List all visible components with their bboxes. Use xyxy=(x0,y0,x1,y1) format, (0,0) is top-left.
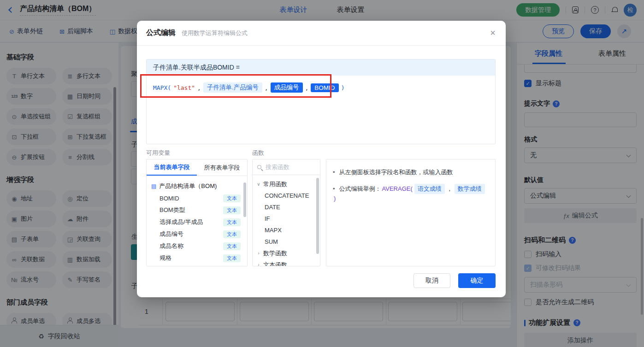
formula-target-strip: 子件清单.关联半成品BOMID = xyxy=(147,59,495,76)
function-item[interactable]: MAPX xyxy=(253,224,320,236)
field-type-tag: 文本 xyxy=(223,230,241,238)
functions-panel: ∨ 常用函数 CONCATENATE DATE IF MAPX SUM › 数学… xyxy=(252,159,320,266)
field-type-tag: 文本 xyxy=(223,254,241,262)
formula-field-token[interactable]: 子件清单.产品编号 xyxy=(203,82,262,93)
formula-close-paren: ) xyxy=(341,84,345,91)
formula-expression: MAPX( "last" , 子件清单.产品编号 , 成品编号 , BOMID … xyxy=(147,76,495,100)
variable-field-row[interactable]: BOM类型文本 xyxy=(147,204,247,216)
functions-scrollbar[interactable] xyxy=(316,178,319,254)
formula-function-name: MAPX( xyxy=(153,84,171,91)
functions-panel-label: 函数 xyxy=(252,149,264,157)
field-type-tag: 文本 xyxy=(223,206,241,214)
function-search-row xyxy=(253,159,320,175)
cancel-button[interactable]: 取消 xyxy=(414,273,450,288)
help-field-token: 数学成绩 xyxy=(455,184,485,194)
help-line-2: • 公式编辑举例： AVERAGE( 语文成绩 ， 数学成绩 ) xyxy=(333,184,489,203)
formula-field-token-selected[interactable]: BOMID xyxy=(311,83,338,92)
search-icon xyxy=(257,165,261,169)
function-item[interactable]: IF xyxy=(253,213,320,224)
formula-field-token-selected[interactable]: 成品编号 xyxy=(271,82,303,93)
form-doc-icon: ▤ xyxy=(151,183,156,189)
chevron-collapsed-icon: › xyxy=(256,251,261,256)
variables-panel: 当前表单字段 所有表单字段 ▤ 产品结构清单（BOM) BOMID文本 BOM类… xyxy=(146,159,248,266)
help-line-1: • 从左侧面板选择字段名和函数，或输入函数 xyxy=(333,168,489,177)
app-root: 产品结构清单（BOM） 表单设计 表单设置 数据管理 检 ⊘ 表单外链 ⊠ 后端… xyxy=(0,0,644,347)
function-group-common[interactable]: ∨ 常用函数 xyxy=(253,178,320,190)
formula-help-panel: • 从左侧面板选择字段名和函数，或输入函数 • 公式编辑举例： AVERAGE(… xyxy=(326,159,496,266)
variables-scrollbar[interactable] xyxy=(243,182,246,217)
help-function-name: AVERAGE( xyxy=(382,184,413,194)
chevron-expanded-icon: ∨ xyxy=(256,182,261,187)
variable-field-row[interactable]: 规格文本 xyxy=(147,252,247,264)
close-icon[interactable]: × xyxy=(490,28,496,37)
variable-field-row[interactable]: 成品编号文本 xyxy=(147,228,247,240)
function-group-text[interactable]: › 文本函数 xyxy=(253,259,320,266)
tab-current-form-fields[interactable]: 当前表单字段 xyxy=(147,159,197,176)
function-group-math[interactable]: › 数学函数 xyxy=(253,247,320,259)
field-type-tag: 文本 xyxy=(223,242,241,250)
chevron-collapsed-icon: › xyxy=(256,262,261,266)
modal-header: 公式编辑 使用数学运算符编辑公式 × xyxy=(137,21,506,46)
formula-string-arg: "last" xyxy=(173,84,195,91)
formula-editor-modal: 公式编辑 使用数学运算符编辑公式 × 子件清单.关联半成品BOMID = MAP… xyxy=(137,21,506,297)
tab-all-form-fields[interactable]: 所有表单字段 xyxy=(197,159,247,176)
variable-field-row[interactable]: BOMID文本 xyxy=(147,192,247,204)
function-item[interactable]: DATE xyxy=(253,201,320,213)
function-item[interactable]: SUM xyxy=(253,236,320,247)
modal-title: 公式编辑 xyxy=(146,28,176,38)
variable-field-row[interactable]: 成品名称文本 xyxy=(147,240,247,252)
field-type-tag: 文本 xyxy=(223,266,241,267)
variable-field-row[interactable]: 选择成品/半成品文本 xyxy=(147,216,247,228)
formula-editor-box[interactable]: 子件清单.关联半成品BOMID = MAPX( "last" , 子件清单.产品… xyxy=(146,59,496,144)
help-field-token: 语文成绩 xyxy=(414,184,445,194)
field-type-tag: 文本 xyxy=(223,194,241,202)
variables-panel-label: 可用变量 xyxy=(146,149,170,157)
field-type-tag: 文本 xyxy=(223,218,241,226)
function-item[interactable]: CONCATENATE xyxy=(253,190,320,201)
modal-subtitle: 使用数学运算符编辑公式 xyxy=(182,29,248,37)
variable-field-row[interactable]: 文本 xyxy=(147,264,247,266)
function-search-input[interactable] xyxy=(265,163,307,171)
variables-tree-root[interactable]: ▤ 产品结构清单（BOM) xyxy=(147,180,247,192)
confirm-button[interactable]: 确定 xyxy=(458,273,496,288)
